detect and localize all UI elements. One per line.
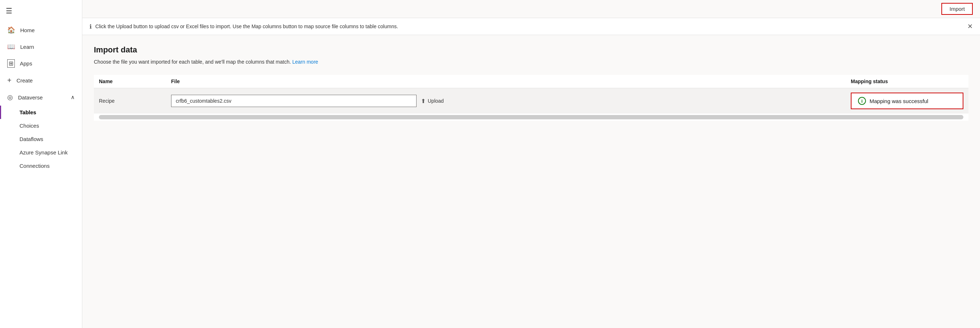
sidebar-item-choices[interactable]: Choices (0, 119, 82, 132)
info-banner-left: ℹ Click the Upload button to upload csv … (89, 23, 398, 30)
sidebar-tables-label: Tables (19, 109, 36, 115)
sidebar-item-home-label: Home (20, 27, 35, 33)
content-area: Import data Choose the file you want imp… (82, 35, 980, 328)
table-row: Recipe crfb6_customtables2.csv ⬆ Upload (94, 88, 969, 114)
horizontal-scrollbar[interactable] (99, 115, 963, 119)
hamburger-button[interactable]: ☰ (0, 0, 82, 22)
mapping-status-badge: i Mapping was successful (851, 93, 963, 109)
row-file: crfb6_customtables2.csv ⬆ Upload (166, 88, 846, 114)
col-header-mapping-status: Mapping status (846, 75, 969, 88)
sidebar-choices-label: Choices (19, 123, 39, 129)
sidebar-azure-synapse-label: Azure Synapse Link (19, 149, 67, 155)
sidebar-item-learn-label: Learn (20, 44, 34, 50)
scrollbar-row (94, 114, 969, 121)
page-title: Import data (94, 45, 969, 54)
file-input-box[interactable]: crfb6_customtables2.csv (171, 95, 417, 107)
col-header-name: Name (94, 75, 166, 88)
sidebar-dataflows-label: Dataflows (19, 136, 43, 142)
page-description: Choose the file you want imported for ea… (94, 59, 969, 65)
import-button[interactable]: Import (941, 3, 973, 15)
sidebar-item-azure-synapse[interactable]: Azure Synapse Link (0, 146, 82, 159)
dataverse-sub-items: Tables Choices Dataflows Azure Synapse L… (0, 106, 82, 173)
file-input-group: crfb6_customtables2.csv ⬆ Upload (171, 95, 841, 107)
info-icon: ℹ (89, 23, 92, 30)
sidebar-item-create[interactable]: + Create (0, 72, 82, 89)
sidebar-item-dataflows[interactable]: Dataflows (0, 132, 82, 146)
description-text: Choose the file you want imported for ea… (94, 59, 291, 65)
main-content: Import ℹ Click the Upload button to uplo… (82, 0, 980, 328)
dataverse-chevron-icon: ∧ (71, 94, 75, 101)
sidebar: ☰ 🏠 Home 📖 Learn ⊞ Apps + Create ◎ Datav… (0, 0, 82, 328)
sidebar-item-create-label: Create (17, 77, 33, 83)
col-header-file: File (166, 75, 846, 88)
close-banner-button[interactable]: ✕ (967, 22, 973, 30)
create-icon: + (7, 76, 11, 85)
sidebar-item-apps-label: Apps (20, 61, 32, 67)
info-banner-text: Click the Upload button to upload csv or… (95, 24, 398, 29)
row-mapping-status: i Mapping was successful (846, 88, 969, 114)
info-banner: ℹ Click the Upload button to upload csv … (82, 18, 980, 35)
mapping-status-text: Mapping was successful (870, 98, 928, 104)
sidebar-item-learn[interactable]: 📖 Learn (0, 38, 82, 55)
sidebar-item-tables[interactable]: Tables (0, 106, 82, 119)
scrollbar-cell (94, 114, 969, 121)
learn-more-link[interactable]: Learn more (293, 59, 318, 65)
sidebar-connections-label: Connections (19, 163, 49, 169)
sidebar-item-home[interactable]: 🏠 Home (0, 22, 82, 38)
dataverse-icon: ◎ (7, 93, 13, 101)
row-name: Recipe (94, 88, 166, 114)
home-icon: 🏠 (7, 26, 15, 34)
table-header-row: Name File Mapping status (94, 75, 969, 88)
upload-button-label: Upload (428, 98, 444, 104)
dataverse-section[interactable]: ◎ Dataverse ∧ (0, 89, 82, 106)
upload-icon: ⬆ (421, 98, 426, 104)
learn-icon: 📖 (7, 43, 15, 51)
mapping-success-icon: i (858, 97, 866, 105)
top-bar: Import (82, 0, 980, 18)
upload-button[interactable]: ⬆ Upload (421, 98, 444, 104)
import-table: Name File Mapping status Recipe crfb6_cu… (94, 75, 969, 121)
sidebar-item-apps[interactable]: ⊞ Apps (0, 55, 82, 72)
apps-icon: ⊞ (7, 59, 15, 68)
dataverse-label: Dataverse (18, 94, 43, 101)
sidebar-item-connections[interactable]: Connections (0, 159, 82, 173)
